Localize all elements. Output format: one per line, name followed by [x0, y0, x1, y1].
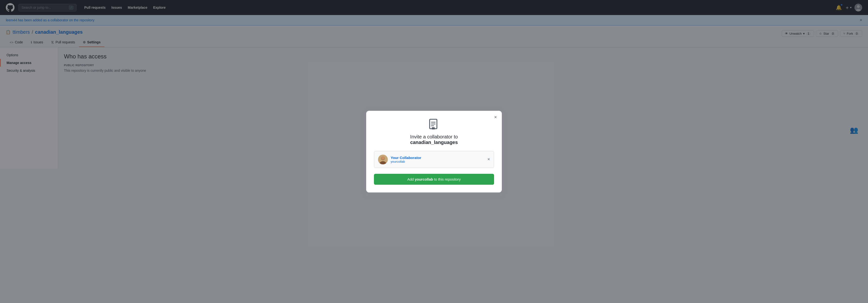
avatar-image: [378, 155, 388, 164]
modal-title-line1: Invite a collaborator to: [410, 134, 458, 139]
svg-point-10: [381, 156, 384, 160]
modal-close-button[interactable]: ×: [494, 115, 497, 119]
svg-rect-6: [432, 127, 435, 130]
modal-repo-name: canadian_languages: [410, 140, 458, 145]
collaborator-name: Your Collaborator: [391, 156, 485, 160]
invite-collaborator-modal: × Invite a collaborator to canadian_lang…: [366, 111, 502, 169]
remove-collaborator-button[interactable]: ×: [487, 157, 490, 162]
collaborator-info: Your Collaborator yourcollab: [391, 156, 485, 163]
collaborator-handle: yourcollab: [391, 160, 485, 163]
modal-overlay[interactable]: × Invite a collaborator to canadian_lang…: [0, 0, 868, 168]
modal-title: Invite a collaborator to canadian_langua…: [374, 134, 494, 145]
collaborator-avatar: [378, 155, 388, 164]
modal-repo-icon: [374, 118, 494, 130]
collaborator-card: Your Collaborator yourcollab ×: [374, 151, 494, 168]
